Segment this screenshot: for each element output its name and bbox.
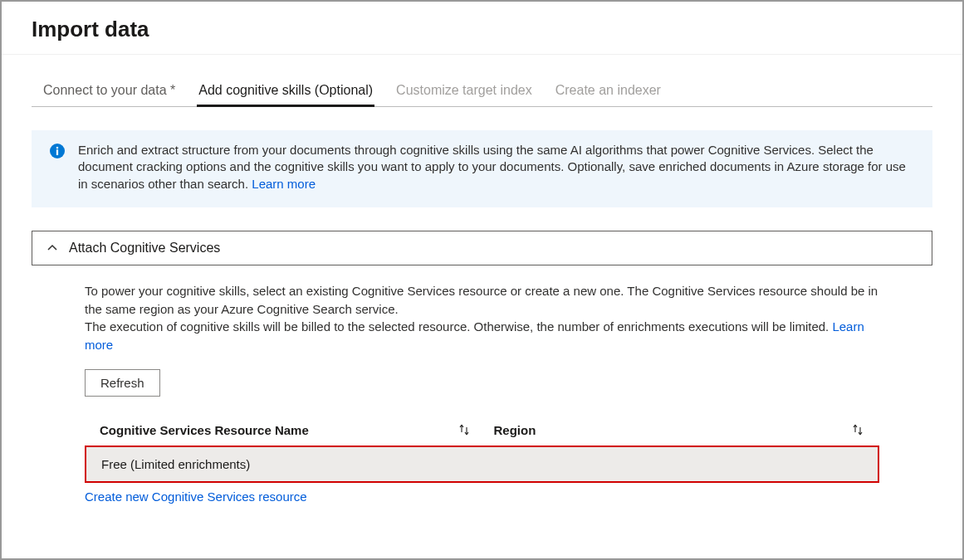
sort-icon[interactable] [851,423,864,436]
column-header-region[interactable]: Region [494,423,865,437]
column-header-name-label: Cognitive Services Resource Name [100,423,309,437]
tab-create-indexer: Create an indexer [554,78,663,106]
column-header-name[interactable]: Cognitive Services Resource Name [100,423,494,437]
tab-connect-data[interactable]: Connect to your data * [42,78,177,106]
row-cell-region [494,457,864,471]
info-banner-text: Enrich and extract structure from your d… [78,142,918,192]
resource-table: Cognitive Services Resource Name Region … [85,420,879,483]
wizard-tabs: Connect to your data * Add cognitive ski… [32,55,932,107]
column-header-region-label: Region [494,423,536,437]
info-banner: Enrich and extract structure from your d… [32,130,932,207]
page-title: Import data [2,2,962,54]
row-cell-name: Free (Limited enrichments) [101,457,494,471]
body-paragraph-1: To power your cognitive skills, select a… [85,282,879,319]
sort-icon[interactable] [458,423,471,436]
svg-rect-1 [56,149,58,155]
banner-learn-more-link[interactable]: Learn more [252,177,316,191]
body-paragraph-2: The execution of cognitive skills will b… [85,318,879,354]
accordion-header[interactable]: Attach Cognitive Services [32,231,932,265]
banner-message: Enrich and extract structure from your d… [78,143,906,191]
body-paragraph-2-text: The execution of cognitive skills will b… [85,319,832,334]
create-new-resource-link[interactable]: Create new Cognitive Services resource [85,483,307,504]
accordion-title: Attach Cognitive Services [69,241,220,256]
tab-add-cognitive-skills[interactable]: Add cognitive skills (Optional) [197,78,374,106]
refresh-button[interactable]: Refresh [85,369,160,397]
table-header-row: Cognitive Services Resource Name Region [85,420,879,446]
section-body: To power your cognitive skills, select a… [32,265,932,504]
chevron-up-icon [47,243,57,253]
svg-rect-2 [56,147,58,149]
accordion-attach-cognitive-services: Attach Cognitive Services [32,231,932,265]
info-icon [50,144,65,158]
table-row[interactable]: Free (Limited enrichments) [85,446,879,483]
tab-customize-index: Customize target index [394,78,534,106]
